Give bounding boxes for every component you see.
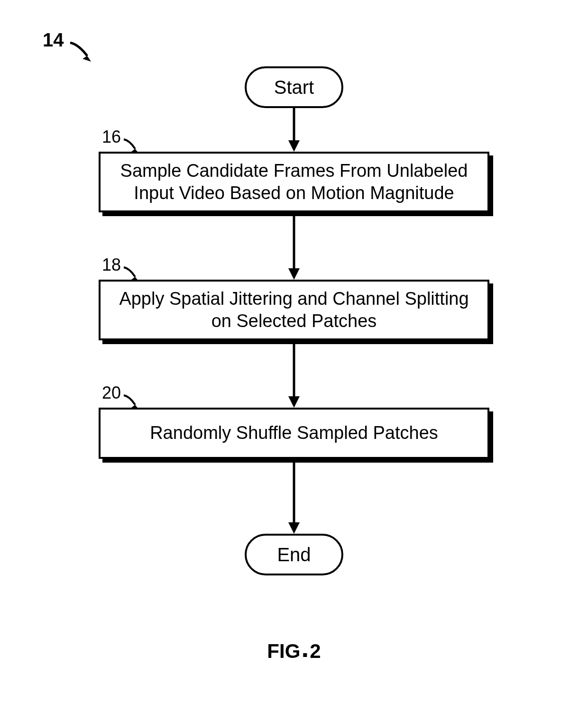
- step-number-16: 16: [102, 127, 121, 147]
- connector-arrow: [287, 344, 301, 410]
- end-terminator: End: [245, 534, 343, 575]
- step-number-text: 20: [102, 383, 121, 402]
- svg-marker-5: [288, 268, 300, 280]
- caption-number: 2: [310, 640, 321, 662]
- connector-arrow: [287, 107, 301, 154]
- start-label: Start: [274, 77, 314, 98]
- svg-marker-0: [83, 56, 91, 62]
- process-step-16: Sample Candidate Frames From Unlabeled I…: [99, 152, 489, 212]
- end-label: End: [277, 544, 311, 565]
- caption-dot-icon: [303, 653, 307, 657]
- process-text: Sample Candidate Frames From Unlabeled I…: [112, 160, 476, 205]
- reference-arrow-icon: [69, 42, 98, 65]
- step-number-text: 16: [102, 127, 121, 146]
- caption-prefix: FIG: [267, 640, 300, 662]
- process-text: Randomly Shuffle Sampled Patches: [150, 422, 438, 445]
- step-number-20: 20: [102, 383, 121, 403]
- flowchart-canvas: 14 Start 16 Sample Candidate Frames From…: [0, 0, 588, 720]
- process-step-18: Apply Spatial Jittering and Channel Spli…: [99, 280, 489, 340]
- figure-caption: FIG2: [267, 640, 321, 663]
- process-text: Apply Spatial Jittering and Channel Spli…: [112, 288, 476, 333]
- svg-marker-11: [288, 522, 300, 534]
- svg-marker-2: [288, 140, 300, 152]
- figure-reference-number: 14: [43, 29, 64, 51]
- step-number-18: 18: [102, 255, 121, 275]
- figure-reference-text: 14: [43, 29, 64, 50]
- connector-arrow: [287, 463, 301, 536]
- start-terminator: Start: [245, 66, 343, 108]
- connector-arrow: [287, 216, 301, 282]
- svg-marker-8: [288, 396, 300, 408]
- step-number-text: 18: [102, 255, 121, 274]
- process-step-20: Randomly Shuffle Sampled Patches: [99, 408, 489, 459]
